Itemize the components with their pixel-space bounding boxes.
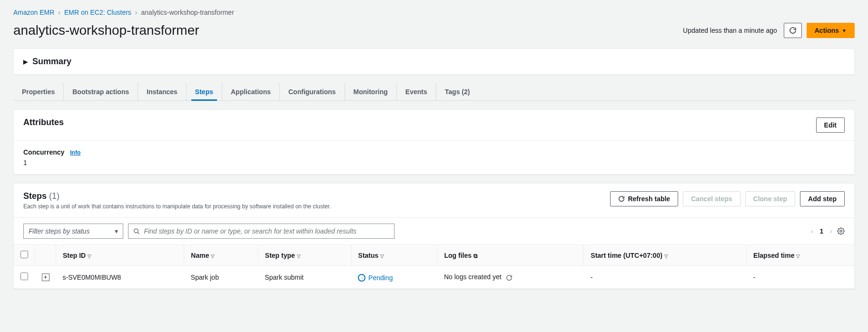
col-elapsed[interactable]: Elapsed time: [753, 252, 794, 259]
sort-icon: ▽: [380, 254, 384, 259]
status-badge: ··· Pending: [358, 274, 393, 282]
sort-icon: ▽: [297, 254, 301, 259]
cell-logs: No logs created yet: [444, 273, 502, 281]
next-page[interactable]: ›: [830, 227, 832, 235]
steps-subtitle: Each step is a unit of work that contain…: [23, 203, 331, 210]
cell-step-id: s-SVE0M0MIBUW8: [56, 266, 184, 289]
external-link-icon: ⧉: [473, 253, 478, 259]
col-name[interactable]: Name: [191, 252, 209, 259]
current-page: 1: [818, 227, 826, 235]
refresh-icon: [618, 195, 625, 202]
refresh-button[interactable]: [784, 23, 802, 38]
tab-bootstrap[interactable]: Bootstrap actions: [64, 83, 138, 100]
sort-icon: ▽: [88, 254, 91, 259]
col-step-id[interactable]: Step ID: [63, 252, 86, 259]
steps-table: Step ID▽ Name▽ Step type▽ Status▽ Log fi…: [14, 244, 854, 289]
select-all-checkbox[interactable]: [20, 251, 28, 258]
refresh-table-button[interactable]: Refresh table: [610, 191, 678, 206]
gear-icon: [837, 227, 845, 235]
col-start[interactable]: Start time (UTC+07:00): [591, 252, 662, 259]
caret-right-icon: ▶: [23, 59, 28, 65]
cell-elapsed: -: [747, 266, 854, 289]
search-icon: [133, 228, 140, 235]
concurrency-value: 1: [23, 159, 845, 166]
summary-toggle[interactable]: ▶ Summary: [14, 49, 854, 74]
attributes-panel: Attributes Edit Concurrency Info 1: [13, 109, 855, 175]
cell-name: Spark job: [184, 266, 258, 289]
cell-start: -: [584, 266, 747, 289]
svg-point-0: [134, 229, 138, 233]
col-status[interactable]: Status: [358, 252, 379, 259]
tab-monitoring[interactable]: Monitoring: [345, 83, 397, 100]
breadcrumb: Amazon EMR › EMR on EC2: Clusters › anal…: [13, 9, 855, 16]
steps-title: Steps (1): [23, 191, 331, 201]
cancel-steps-button[interactable]: Cancel steps: [683, 191, 740, 206]
page-title: analytics-workshop-transformer: [13, 23, 199, 38]
row-checkbox[interactable]: [20, 273, 28, 280]
tabs: Properties Bootstrap actions Instances S…: [13, 83, 855, 101]
refresh-icon: [789, 27, 797, 34]
expand-row[interactable]: +: [42, 273, 49, 281]
summary-panel: ▶ Summary: [13, 49, 855, 75]
add-step-button[interactable]: Add step: [800, 191, 845, 206]
summary-title: Summary: [32, 57, 71, 67]
actions-button[interactable]: Actions ▼: [807, 23, 855, 38]
tab-tags[interactable]: Tags (2): [436, 83, 479, 100]
tab-instances[interactable]: Instances: [138, 83, 187, 100]
search-input[interactable]: [144, 227, 389, 235]
chevron-right-icon: ›: [58, 9, 60, 16]
cell-type: Spark submit: [258, 266, 351, 289]
search-box[interactable]: [128, 224, 395, 239]
table-settings[interactable]: [837, 227, 845, 235]
sort-icon: ▽: [796, 254, 800, 259]
edit-button[interactable]: Edit: [816, 117, 845, 133]
updated-text: Updated less than a minute ago: [683, 27, 777, 34]
table-row[interactable]: + s-SVE0M0MIBUW8 Spark job Spark submit …: [14, 266, 854, 289]
tab-applications[interactable]: Applications: [222, 83, 280, 100]
tab-events[interactable]: Events: [397, 83, 436, 100]
concurrency-label: Concurrency: [23, 148, 64, 156]
sort-icon: ▽: [664, 254, 668, 259]
breadcrumb-clusters[interactable]: EMR on EC2: Clusters: [64, 9, 131, 16]
col-type[interactable]: Step type: [265, 252, 295, 259]
info-link[interactable]: Info: [70, 149, 80, 156]
svg-point-1: [840, 230, 842, 232]
prev-page[interactable]: ‹: [811, 227, 813, 235]
pagination: ‹ 1 ›: [811, 227, 845, 235]
tab-properties[interactable]: Properties: [13, 83, 64, 100]
pending-icon: ···: [358, 274, 365, 282]
breadcrumb-root[interactable]: Amazon EMR: [13, 9, 54, 16]
tab-configurations[interactable]: Configurations: [280, 83, 345, 100]
chevron-right-icon: ›: [135, 9, 138, 16]
refresh-icon[interactable]: [506, 274, 513, 281]
attributes-title: Attributes: [23, 117, 64, 127]
tab-steps[interactable]: Steps: [187, 83, 222, 100]
sort-icon: ▽: [211, 254, 215, 259]
breadcrumb-current: analytics-workshop-transformer: [141, 9, 234, 16]
filter-status-select[interactable]: Filter steps by status: [23, 224, 123, 239]
steps-panel: Steps (1) Each step is a unit of work th…: [13, 183, 855, 289]
caret-down-icon: ▼: [842, 28, 847, 33]
col-logs[interactable]: Log files: [444, 252, 472, 259]
clone-step-button[interactable]: Clone step: [745, 191, 796, 206]
